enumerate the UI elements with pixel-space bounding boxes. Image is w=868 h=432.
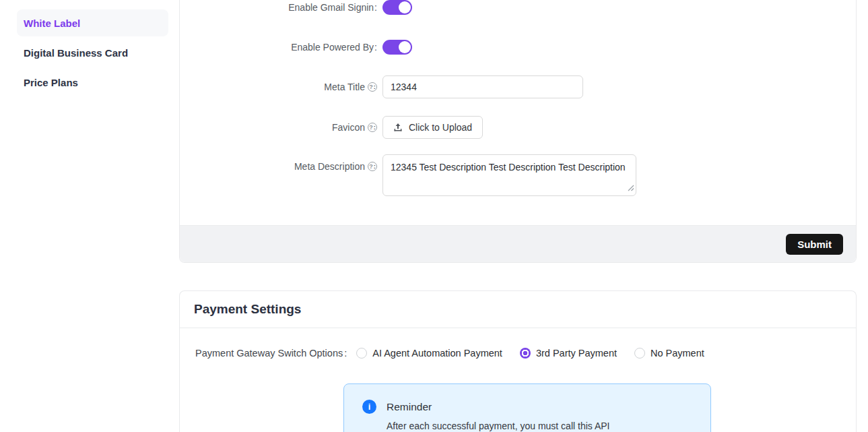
reminder-title: Reminder	[387, 401, 432, 413]
favicon-row: Favicon ? Click to Upload	[180, 116, 856, 139]
radio-icon	[634, 348, 645, 359]
label-text: Meta Description	[294, 161, 365, 172]
label-text: Meta Title	[324, 82, 365, 92]
payment-reminder-alert: i Reminder After each successful payment…	[343, 383, 711, 432]
payment-settings-card: Payment Settings Payment Gateway Switch …	[179, 290, 857, 432]
payment-gateway-options-row: Payment Gateway Switch Options AI Agent …	[195, 348, 712, 359]
payment-settings-header: Payment Settings	[180, 291, 856, 328]
enable-gmail-signin-label: Enable Gmail Signin	[180, 2, 377, 13]
meta-description-field-wrap: 12345 Test Description Test Description …	[382, 154, 636, 199]
enable-gmail-signin-toggle[interactable]	[382, 0, 412, 15]
help-icon[interactable]: ?	[368, 123, 377, 132]
enable-gmail-signin-row: Enable Gmail Signin	[180, 0, 856, 15]
radio-3rd-party-payment[interactable]: 3rd Party Payment	[520, 348, 617, 359]
white-label-settings-card: Enable Gmail Signin Enable Powered By Me…	[179, 0, 857, 263]
label-text: Favicon	[332, 122, 365, 133]
help-icon[interactable]: ?	[368, 162, 377, 171]
settings-sidebar: White Label Digital Business Card Price …	[17, 9, 168, 98]
radio-label: No Payment	[650, 348, 704, 359]
sidebar-item-white-label[interactable]: White Label	[17, 9, 168, 36]
upload-button-label: Click to Upload	[409, 122, 472, 133]
radio-icon	[520, 348, 531, 359]
label-text: Enable Powered By	[291, 42, 377, 53]
form-footer-bar: Submit	[180, 225, 856, 262]
sidebar-item-label: White Label	[24, 18, 80, 29]
toggle-knob	[399, 1, 411, 13]
radio-icon	[356, 348, 367, 359]
meta-description-row: Meta Description ? 12345 Test Descriptio…	[180, 154, 856, 196]
favicon-label: Favicon ?	[180, 122, 377, 133]
enable-powered-by-label: Enable Powered By	[180, 42, 377, 53]
radio-no-payment[interactable]: No Payment	[634, 348, 704, 359]
label-text: Enable Gmail Signin	[288, 2, 377, 13]
meta-title-row: Meta Title ?	[180, 75, 856, 98]
reminder-body-text: After each successful payment, you must …	[387, 421, 710, 431]
meta-description-textarea[interactable]: 12345 Test Description Test Description …	[382, 154, 636, 196]
enable-powered-by-toggle[interactable]	[382, 40, 412, 55]
radio-label: AI Agent Automation Payment	[372, 348, 502, 359]
toggle-knob	[399, 41, 411, 53]
label-text: Payment Gateway Switch Options	[195, 348, 347, 359]
upload-icon	[393, 123, 403, 132]
meta-title-input[interactable]	[382, 75, 583, 98]
radio-label: 3rd Party Payment	[536, 348, 617, 359]
meta-description-label: Meta Description ?	[180, 161, 377, 172]
radio-ai-agent-automation-payment[interactable]: AI Agent Automation Payment	[356, 348, 502, 359]
sidebar-item-price-plans[interactable]: Price Plans	[17, 69, 168, 96]
submit-button[interactable]: Submit	[786, 234, 843, 255]
reminder-header: i Reminder	[362, 400, 710, 414]
sidebar-item-digital-business-card[interactable]: Digital Business Card	[17, 39, 168, 66]
enable-powered-by-row: Enable Powered By	[180, 40, 856, 55]
info-icon: i	[362, 400, 376, 414]
favicon-upload-button[interactable]: Click to Upload	[382, 116, 483, 139]
help-icon[interactable]: ?	[368, 82, 377, 92]
sidebar-item-label: Digital Business Card	[24, 47, 128, 59]
sidebar-item-label: Price Plans	[24, 77, 78, 88]
meta-title-label: Meta Title ?	[180, 82, 377, 92]
payment-settings-title: Payment Settings	[194, 302, 301, 317]
payment-gateway-options-label: Payment Gateway Switch Options	[195, 348, 347, 359]
